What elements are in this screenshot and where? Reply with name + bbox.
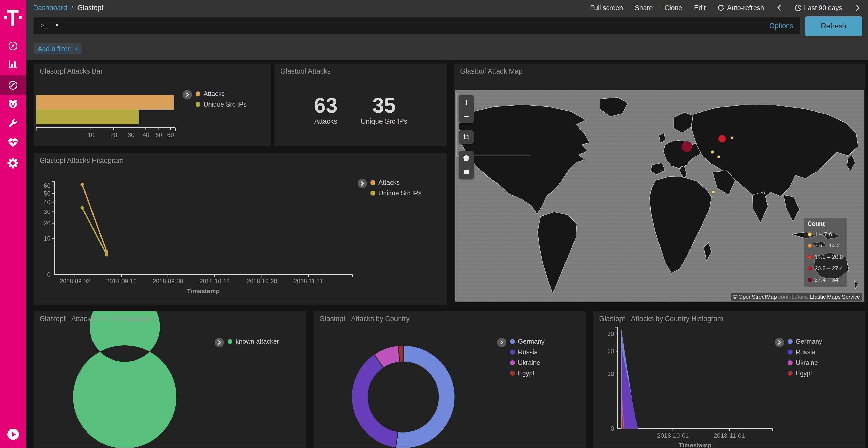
svg-text:Timestamp: Timestamp xyxy=(187,287,220,295)
legend-item[interactable]: Egypt xyxy=(510,370,545,377)
legend-expand-icon[interactable] xyxy=(497,338,506,347)
svg-text:10: 10 xyxy=(88,132,95,138)
legend-item[interactable]: known attacker xyxy=(227,338,279,345)
panel-attacks-bar: Glastopf Attacks Bar 102030405060 Attack… xyxy=(34,64,271,146)
time-back-button[interactable] xyxy=(776,4,783,12)
svg-text:60: 60 xyxy=(44,182,51,189)
add-filter-button[interactable]: Add a filter + xyxy=(34,43,83,55)
auto-refresh-button[interactable]: Auto-refresh xyxy=(717,4,764,12)
sidebar-item-monitoring[interactable] xyxy=(0,133,26,152)
dashboard-gauge-icon xyxy=(7,79,19,91)
map-fit-bounds-button[interactable] xyxy=(459,130,473,144)
country-area-chart[interactable]: 01020302018-10-012018-11-01Timestamp xyxy=(593,311,865,448)
panel-attacks-metric: Glastopf Attacks 63 Attacks 35 Unique Sr… xyxy=(274,64,447,146)
gear-icon xyxy=(7,157,19,169)
attack-marker[interactable] xyxy=(712,191,715,194)
attack-marker[interactable] xyxy=(718,135,726,143)
legend-item[interactable]: 7.6 – 14.2 xyxy=(808,242,843,249)
legend-color-dot xyxy=(788,360,793,365)
map-zoom-out-button[interactable]: − xyxy=(459,109,473,123)
map-count-legend: Count 1 – 7.67.6 – 14.214.2 – 20.820.8 –… xyxy=(804,218,847,287)
map-attribution: © OpenStreetMap contributors, Elastic Ma… xyxy=(731,293,862,301)
metric-label: Attacks xyxy=(314,117,337,126)
share-button[interactable]: Share xyxy=(635,4,653,12)
svg-text:30: 30 xyxy=(128,132,134,138)
legend-item[interactable]: 27.4 – 34 xyxy=(808,276,843,283)
svg-text:0: 0 xyxy=(611,425,614,432)
legend-label: Russia xyxy=(518,348,537,356)
svg-text:50: 50 xyxy=(44,190,51,197)
map-zoom-in-button[interactable]: + xyxy=(459,95,473,109)
attacks-line-chart[interactable]: 01020304050602018-09-022018-09-162018-09… xyxy=(34,153,447,304)
legend-item[interactable]: Russia xyxy=(788,348,822,356)
legend-item[interactable]: Attacks xyxy=(195,90,247,98)
legend-expand-icon[interactable] xyxy=(358,179,367,188)
time-range-picker[interactable]: Last 90 days xyxy=(795,4,842,12)
telekom-t-logo[interactable] xyxy=(0,8,26,28)
legend-label: Russia xyxy=(796,348,815,356)
panel-title: Glastopf Attack Map xyxy=(460,67,523,75)
attack-marker[interactable] xyxy=(730,136,734,139)
map-draw-polygon-button[interactable] xyxy=(459,151,473,165)
sidebar-item-timelion[interactable] xyxy=(0,95,26,113)
breadcrumb-dashboard-link[interactable]: Dashboard xyxy=(33,4,67,12)
app-sidebar xyxy=(0,0,26,448)
sidebar-collapse-button[interactable] xyxy=(7,428,19,440)
world-map[interactable]: + − xyxy=(456,90,864,302)
map-draw-rectangle-button[interactable] xyxy=(459,165,473,179)
legend-item[interactable]: Unique Src IPs xyxy=(195,101,247,108)
svg-text:2018-11-01: 2018-11-01 xyxy=(714,432,745,439)
full-screen-button[interactable]: Full screen xyxy=(590,4,623,12)
world-map-canvas[interactable] xyxy=(456,90,864,302)
legend-color-dot xyxy=(808,255,812,260)
legend-color-dot xyxy=(808,266,812,271)
bear-face-icon xyxy=(7,98,19,110)
search-input[interactable]: >_ * Options xyxy=(34,17,800,34)
terminal-prompt-icon: >_ xyxy=(40,22,48,30)
legend-expand-icon[interactable] xyxy=(215,338,224,347)
reputation-donut-chart[interactable] xyxy=(34,311,306,448)
attack-marker[interactable] xyxy=(681,141,692,152)
kibana-dashboard-page: { "topbar": { "breadcrumb": {"root": "Da… xyxy=(0,0,868,448)
legend-item[interactable]: Egypt xyxy=(788,370,822,377)
chevron-right-icon xyxy=(854,4,861,12)
legend-item[interactable]: 1 – 7.6 xyxy=(808,231,843,238)
legend-item[interactable]: 20.8 – 27.4 xyxy=(808,265,843,272)
sidebar-item-visualize[interactable] xyxy=(0,55,26,74)
country-donut-chart[interactable] xyxy=(314,311,586,448)
svg-text:40: 40 xyxy=(143,132,149,138)
legend-item[interactable]: 14.2 – 20.8 xyxy=(808,254,843,261)
elastic-maps-service-link[interactable]: Elastic Maps Service xyxy=(810,294,860,300)
legend-label: known attacker xyxy=(236,338,279,345)
legend-expand-icon[interactable] xyxy=(775,338,784,347)
sidebar-item-management[interactable] xyxy=(0,154,26,172)
sidebar-item-discover[interactable] xyxy=(0,37,26,55)
legend-item[interactable]: Ukraine xyxy=(510,359,545,367)
edit-button[interactable]: Edit xyxy=(694,4,706,12)
clone-button[interactable]: Clone xyxy=(665,4,682,12)
legend-item[interactable]: Germany xyxy=(788,338,822,345)
sidebar-item-dashboard[interactable] xyxy=(0,75,26,95)
legend-item[interactable]: Unique Src IPs xyxy=(370,189,422,197)
query-options-link[interactable]: Options xyxy=(769,22,793,30)
svg-text:60: 60 xyxy=(167,132,174,138)
legend-color-dot xyxy=(510,360,515,365)
legend-expand-icon[interactable] xyxy=(183,90,192,99)
attack-marker[interactable] xyxy=(717,156,720,159)
time-forward-button[interactable] xyxy=(854,4,861,12)
legend-item[interactable]: Attacks xyxy=(370,179,422,186)
sidebar-item-dev-tools[interactable] xyxy=(0,114,26,133)
legend-label: 20.8 – 27.4 xyxy=(814,265,843,272)
refresh-button[interactable]: Refresh xyxy=(805,16,862,36)
attack-marker[interactable] xyxy=(711,150,714,153)
legend-item[interactable]: Russia xyxy=(510,348,545,356)
pentagon-icon xyxy=(462,154,470,162)
legend-item[interactable]: Germany xyxy=(510,338,545,345)
openstreetmap-link[interactable]: © OpenStreetMap xyxy=(733,294,777,300)
legend-label: Ukraine xyxy=(518,359,540,367)
crop-icon xyxy=(462,133,470,141)
svg-text:2018-10-01: 2018-10-01 xyxy=(657,432,689,439)
svg-text:40: 40 xyxy=(44,199,51,205)
metric-unique-src-ips: 35 Unique Src IPs xyxy=(361,95,407,126)
legend-item[interactable]: Ukraine xyxy=(788,359,822,367)
